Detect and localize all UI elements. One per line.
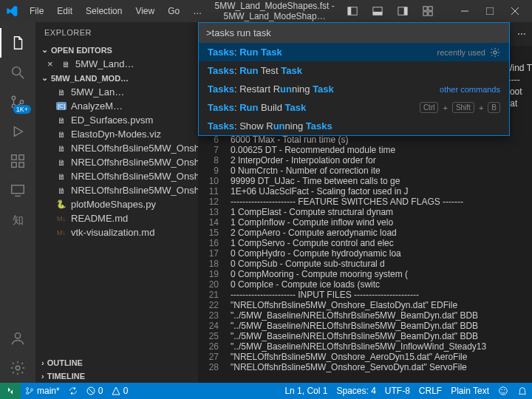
svg-point-37 bbox=[504, 389, 505, 390]
layout-panel-icon[interactable] bbox=[341, 0, 364, 22]
close-icon[interactable] bbox=[504, 0, 526, 22]
layout-panel-icon[interactable] bbox=[392, 0, 414, 22]
file-item[interactable]: 🐍plotModeShapes.py bbox=[35, 197, 198, 211]
code-line[interactable]: 27"NRELOffshrBsline5MW_Onshore_AeroDyn15… bbox=[198, 352, 532, 362]
command-item[interactable]: Tasks: Show Running Tasks bbox=[199, 117, 509, 135]
search-view-icon[interactable] bbox=[0, 58, 35, 87]
code-line[interactable]: 15 2 CompAero - Compute aerodynamic load bbox=[198, 228, 532, 238]
code-line[interactable]: 16 1 CompServo - Compute control and ele… bbox=[198, 238, 532, 248]
menu-file[interactable]: File bbox=[24, 3, 50, 19]
feedback-icon[interactable] bbox=[494, 386, 513, 396]
notifications-icon[interactable] bbox=[513, 386, 532, 396]
file-item[interactable]: 🗎ED_Surfaces.pvsm bbox=[35, 113, 198, 127]
svg-rect-22 bbox=[19, 155, 24, 160]
remote-indicator[interactable] bbox=[0, 383, 21, 399]
code-line[interactable]: 6 6000 TMax - Total run time (s) bbox=[198, 134, 532, 145]
timeline-header[interactable]: ›TIMELINE bbox=[35, 369, 198, 383]
svg-rect-23 bbox=[12, 185, 24, 194]
remote-explorer-icon[interactable] bbox=[0, 176, 35, 205]
file-item[interactable]: 🗎NRELOffshrBsline5MW_Onshore_ServoDy… bbox=[35, 183, 198, 197]
svg-point-16 bbox=[12, 96, 16, 100]
explorer-view-icon[interactable] bbox=[0, 28, 35, 58]
menu-edit[interactable]: Edit bbox=[51, 3, 78, 19]
code-line[interactable]: 26"../5MW_Baseline/NRELOffshrBsline5MW_I… bbox=[198, 341, 532, 352]
folder-header[interactable]: ⌄5MW_LAND_MOD… bbox=[35, 71, 198, 85]
menu-selection[interactable]: Selection bbox=[80, 3, 128, 19]
source-control-icon[interactable]: 1K+ bbox=[0, 87, 35, 117]
activity-bar: 1K+ 知 bbox=[0, 22, 35, 383]
command-item[interactable]: Tasks: Restart Running Taskother command… bbox=[199, 80, 509, 98]
code-line[interactable]: 20 0 CompIce - Compute ice loads (switc bbox=[198, 279, 532, 290]
code-line[interactable]: 28"NRELOffshrBsline5MW_Onshore_ServoDyn.… bbox=[198, 362, 532, 372]
file-icon: 🗎 bbox=[56, 143, 66, 154]
code-line[interactable]: 9 0 NumCrctn - Number of correction ite bbox=[198, 166, 532, 176]
svg-point-26 bbox=[16, 366, 20, 370]
code-line[interactable]: 8 2 InterpOrder - Interpolation order fo… bbox=[198, 155, 532, 166]
file-icon: [C] bbox=[56, 101, 66, 112]
menu-…[interactable]: … bbox=[187, 3, 208, 19]
more-actions-icon[interactable]: ⋯ bbox=[517, 29, 526, 39]
file-item[interactable]: 🗎NRELOffshrBsline5MW_Onshore_AeroD… bbox=[35, 141, 198, 155]
code-line[interactable]: 11 1E+06 UJacSclFact - Scaling factor us… bbox=[198, 186, 532, 197]
command-input[interactable] bbox=[199, 23, 509, 43]
accounts-icon[interactable] bbox=[0, 324, 35, 353]
titlebar: FileEditSelectionViewGo… 5MW_Land_ModeSh… bbox=[0, 0, 532, 22]
code-line[interactable]: 14 1 CompInflow - Compute inflow wind ve… bbox=[198, 217, 532, 228]
git-branch[interactable]: main* bbox=[21, 386, 64, 396]
sync-icon[interactable] bbox=[64, 386, 82, 395]
svg-point-29 bbox=[494, 50, 497, 53]
code-line[interactable]: 7 0.00625 DT - Recommended module time bbox=[198, 145, 532, 155]
code-line[interactable]: 17 0 CompHydro - Compute hydrodynamic lo… bbox=[198, 248, 532, 259]
file-item[interactable]: 🗎NRELOffshrBsline5MW_Onshore_ElastoDy… bbox=[35, 169, 198, 183]
command-item[interactable]: Tasks: Run Build TaskCtrl + Shift + B bbox=[199, 98, 509, 117]
code-line[interactable]: 23"../5MW_Baseline/NRELOffshrBsline5MW_B… bbox=[198, 310, 532, 321]
command-item[interactable]: Tasks: Run Taskrecently used bbox=[199, 43, 509, 61]
menu-view[interactable]: View bbox=[129, 3, 160, 19]
close-icon[interactable]: × bbox=[47, 58, 56, 69]
code-line[interactable]: 25"../5MW_Baseline/NRELOffshrBsline5MW_B… bbox=[198, 331, 532, 341]
file-item[interactable]: 🗎ElastoDyn-Modes.viz bbox=[35, 127, 198, 141]
encoding[interactable]: UTF-8 bbox=[381, 386, 415, 396]
layout-customize-icon[interactable] bbox=[417, 0, 439, 22]
code-line[interactable]: 12---------------------- FEATURE SWITCHE… bbox=[198, 197, 532, 207]
maximize-icon[interactable] bbox=[479, 0, 501, 22]
layout-panel-icon[interactable] bbox=[366, 0, 389, 22]
menu-go[interactable]: Go bbox=[162, 3, 185, 19]
file-item[interactable]: M↓vtk-visualization.md bbox=[35, 225, 198, 239]
eol[interactable]: CRLF bbox=[415, 386, 446, 396]
code-line[interactable]: 21---------------------- INPUT FILES ---… bbox=[198, 290, 532, 300]
svg-rect-1 bbox=[348, 7, 351, 16]
window-title: 5MW_Land_ModeShapes.fst - 5MW_Land_ModeS… bbox=[208, 1, 341, 21]
code-line[interactable]: 18 0 CompSub - Compute sub-structural d bbox=[198, 259, 532, 269]
file-item[interactable]: [C]AnalyzeM… bbox=[35, 99, 198, 113]
code-line[interactable]: 22"NRELOffshrBsline5MW_Onshore_ElastoDyn… bbox=[198, 300, 532, 310]
language-mode[interactable]: Plain Text bbox=[446, 386, 494, 396]
run-debug-icon[interactable] bbox=[0, 117, 35, 146]
editor-area: ⋯ Tasks: Run Taskrecently used Tasks: Ru… bbox=[198, 22, 532, 383]
statusbar: main* 0 0 Ln 1, Col 1 Spaces: 4 UTF-8 CR… bbox=[0, 383, 532, 399]
code-line[interactable]: 24"../5MW_Baseline/NRELOffshrBsline5MW_B… bbox=[198, 321, 532, 331]
command-item[interactable]: Tasks: Run Test Task bbox=[199, 61, 509, 80]
code-line[interactable]: 10 99999 DT_UJac - Time between calls to… bbox=[198, 176, 532, 186]
file-item[interactable]: 🗎5MW_Lan… bbox=[35, 85, 198, 99]
open-editor-item[interactable]: ×🗎5MW_Land… bbox=[35, 57, 198, 71]
problems[interactable]: 0 0 bbox=[82, 386, 133, 396]
svg-line-15 bbox=[20, 75, 24, 79]
open-editors-header[interactable]: ⌄OPEN EDITORS bbox=[35, 43, 198, 57]
extensions-icon[interactable] bbox=[0, 146, 35, 176]
code-line[interactable]: 13 1 CompElast - Compute structural dyna… bbox=[198, 207, 532, 217]
settings-gear-icon[interactable] bbox=[0, 353, 35, 383]
gear-icon[interactable] bbox=[490, 47, 500, 58]
svg-point-30 bbox=[27, 388, 29, 390]
file-item[interactable]: 🗎NRELOffshrBsline5MW_Onshore_ElastoD… bbox=[35, 155, 198, 169]
cursor-position[interactable]: Ln 1, Col 1 bbox=[280, 386, 332, 396]
outline-header[interactable]: ›OUTLINE bbox=[35, 356, 198, 369]
svg-rect-9 bbox=[429, 12, 432, 16]
svg-rect-19 bbox=[12, 155, 16, 160]
file-item[interactable]: M↓README.md bbox=[35, 211, 198, 225]
code-line[interactable]: 19 0 CompMooring - Compute mooring syste… bbox=[198, 269, 532, 279]
minimize-icon[interactable] bbox=[454, 0, 476, 22]
indentation[interactable]: Spaces: 4 bbox=[332, 386, 380, 396]
zhihu-icon[interactable]: 知 bbox=[0, 205, 35, 235]
menu-bar: FileEditSelectionViewGo… bbox=[24, 3, 208, 19]
